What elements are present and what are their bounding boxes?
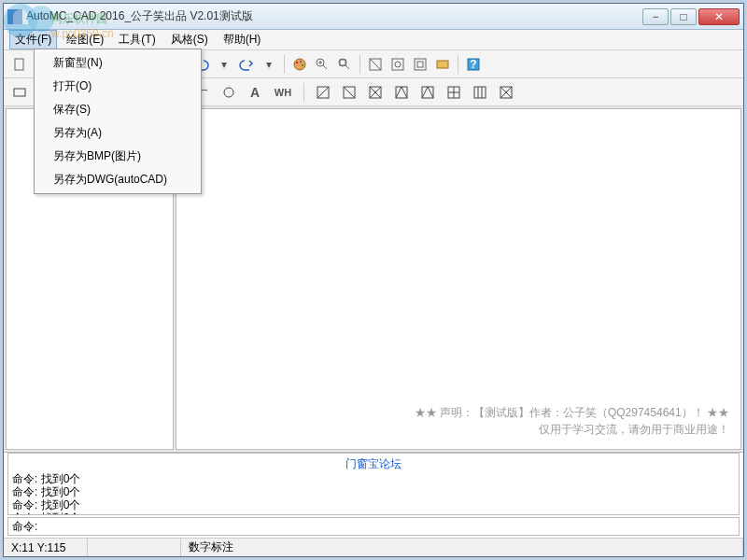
pattern-1-icon[interactable] — [313, 82, 333, 103]
svg-text:?: ? — [470, 58, 476, 71]
command-row: 命令: — [7, 517, 740, 536]
separator — [359, 55, 360, 74]
app-icon — [7, 9, 22, 24]
status-mode: 数字标注 — [181, 539, 743, 556]
log-line: 命令: 找到0个 — [12, 485, 735, 498]
status-xy: X:11 Y:115 — [4, 539, 88, 556]
pattern-5-icon[interactable] — [417, 82, 438, 103]
svg-rect-15 — [340, 60, 345, 65]
shape-rect-icon[interactable] — [9, 82, 30, 103]
close-button[interactable]: ✕ — [698, 8, 740, 25]
text-wh-icon[interactable]: WH — [271, 82, 295, 103]
pattern-6-icon[interactable] — [444, 82, 464, 103]
pattern-3-icon[interactable] — [365, 82, 386, 103]
pattern-8-icon[interactable] — [496, 82, 516, 103]
menu-file[interactable]: 文件(F) — [9, 30, 57, 49]
window-controls: − □ ✕ — [642, 8, 740, 25]
svg-point-30 — [224, 88, 233, 97]
separator — [303, 83, 304, 102]
maximize-button[interactable]: □ — [670, 8, 697, 25]
canvas[interactable]: ★★ 声明：【测试版】作者：公子笑（QQ297454641）！ ★★ 仅用于学习… — [176, 108, 741, 450]
svg-rect-34 — [396, 87, 407, 98]
tool-icon-1[interactable] — [365, 54, 386, 75]
shape-circle2-icon[interactable] — [218, 82, 239, 103]
tool-icon-2[interactable] — [388, 54, 408, 75]
svg-rect-24 — [14, 89, 25, 96]
separator — [458, 55, 458, 74]
svg-rect-35 — [422, 87, 433, 98]
menuitem-save[interactable]: 保存(S) — [36, 98, 199, 121]
log-output[interactable]: 门窗宝论坛 命令: 找到0个 命令: 找到0个 命令: 找到0个 命令: 找到0… — [7, 453, 740, 515]
pattern-2-icon[interactable] — [339, 82, 359, 103]
svg-point-12 — [302, 64, 303, 66]
log-line: 命令: 找到0个 — [12, 472, 735, 485]
status-empty — [88, 539, 181, 556]
svg-rect-37 — [474, 87, 486, 98]
forum-link[interactable]: 门窗宝论坛 — [12, 455, 735, 472]
svg-rect-21 — [437, 61, 448, 68]
statement-line1: ★★ 声明：【测试版】作者：公子笑（QQ297454641）！ ★★ — [415, 404, 729, 421]
command-label: 命令: — [8, 519, 41, 535]
new-file-icon[interactable] — [9, 54, 30, 75]
menu-style[interactable]: 风格(S) — [165, 30, 214, 49]
zoom-in-icon[interactable] — [312, 54, 332, 75]
menuitem-save-as[interactable]: 另存为(A) — [36, 121, 199, 145]
redo-icon[interactable] — [236, 54, 257, 75]
minimize-button[interactable]: − — [642, 8, 669, 25]
help-icon[interactable]: ? — [463, 54, 484, 75]
menuitem-save-bmp[interactable]: 另存为BMP(图片) — [36, 145, 199, 168]
pattern-4-icon[interactable] — [391, 82, 412, 103]
redo-dropdown-icon[interactable]: ▾ — [259, 54, 279, 75]
titlebar: AutoMC_CAD 2016_公子笑出品 V2.01测试版 − □ ✕ — [4, 4, 743, 30]
separator — [284, 55, 285, 74]
svg-rect-19 — [415, 59, 426, 70]
svg-point-11 — [300, 61, 302, 63]
zoom-fit-icon[interactable] — [334, 54, 355, 75]
command-input[interactable] — [41, 519, 739, 534]
tool-icon-4[interactable] — [432, 54, 453, 75]
file-dropdown: 新窗型(N) 打开(O) 保存(S) 另存为(A) 另存为BMP(图片) 另存为… — [34, 49, 202, 194]
svg-point-18 — [395, 62, 401, 67]
undo-dropdown-icon[interactable]: ▾ — [214, 54, 234, 75]
svg-rect-17 — [392, 59, 403, 70]
window-title: AutoMC_CAD 2016_公子笑出品 V2.01测试版 — [26, 8, 642, 24]
menu-tools[interactable]: 工具(T) — [113, 30, 161, 49]
svg-rect-20 — [417, 62, 423, 67]
tool-icon-3[interactable] — [410, 54, 430, 75]
palette-icon[interactable] — [289, 54, 310, 75]
statusbar: X:11 Y:115 数字标注 — [4, 538, 743, 556]
menu-draw[interactable]: 绘图(E) — [61, 30, 109, 49]
menuitem-save-dwg[interactable]: 另存为DWG(autoCAD) — [36, 168, 199, 191]
menu-help[interactable]: 帮助(H) — [218, 30, 267, 49]
menubar: 文件(F) 绘图(E) 工具(T) 风格(S) 帮助(H) — [4, 30, 743, 50]
statement-text: ★★ 声明：【测试版】作者：公子笑（QQ297454641）！ ★★ 仅用于学习… — [415, 404, 729, 438]
text-a-icon[interactable]: A — [245, 82, 265, 103]
log-line: 命令: 找到0个 — [12, 511, 735, 515]
svg-rect-0 — [15, 59, 23, 70]
svg-point-9 — [294, 59, 305, 70]
pattern-7-icon[interactable] — [470, 82, 490, 103]
svg-point-10 — [296, 62, 298, 63]
statement-line2: 仅用于学习交流，请勿用于商业用途！ — [415, 421, 729, 438]
log-area: 门窗宝论坛 命令: 找到0个 命令: 找到0个 命令: 找到0个 命令: 找到0… — [4, 452, 743, 538]
menuitem-open[interactable]: 打开(O) — [36, 75, 199, 98]
log-line: 命令: 找到0个 — [12, 498, 735, 511]
menuitem-new-window[interactable]: 新窗型(N) — [36, 51, 199, 75]
